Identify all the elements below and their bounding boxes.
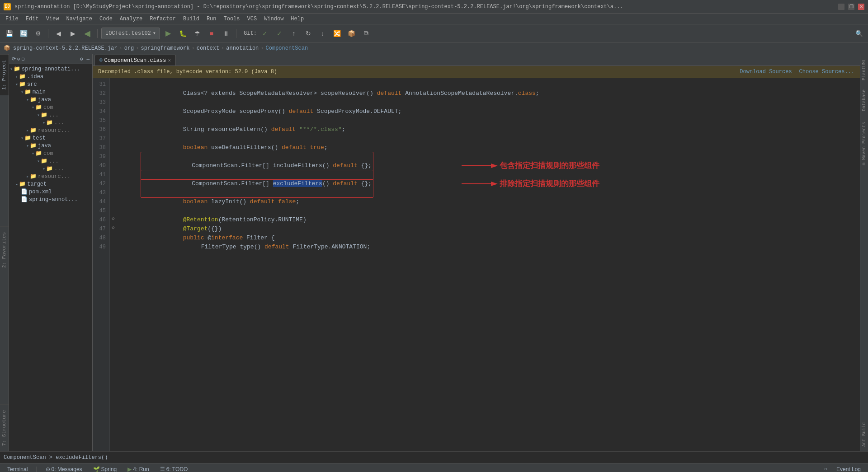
menu-view[interactable]: View bbox=[42, 14, 63, 24]
code-line-32: Class<? extends ScopeMetadataResolver> s… bbox=[123, 89, 860, 98]
tree-pom[interactable]: 📄 pom.xml bbox=[9, 188, 92, 196]
tree-idea[interactable]: ▸ 📁 .idea bbox=[9, 73, 92, 80]
breadcrumb-springframework[interactable]: springframework bbox=[141, 45, 189, 51]
menu-tools[interactable]: Tools bbox=[220, 14, 244, 24]
tab-close-icon[interactable]: ✕ bbox=[168, 57, 171, 63]
tab-structure[interactable]: 7: Structure bbox=[0, 404, 9, 451]
tree-src[interactable]: ▾ 📁 src bbox=[9, 80, 92, 88]
settings-icon[interactable]: ⚙ bbox=[80, 56, 83, 62]
svg-marker-1 bbox=[491, 164, 498, 168]
highlighted-excludefilters: excludeFilters bbox=[273, 180, 322, 187]
menu-window[interactable]: Window bbox=[260, 14, 287, 24]
breadcrumb-annotation[interactable]: annotation bbox=[226, 45, 259, 51]
toolbar-green-arrow[interactable]: ◀ bbox=[81, 27, 94, 40]
line-38: 38 bbox=[93, 143, 109, 152]
breadcrumb-org[interactable]: org bbox=[124, 45, 134, 51]
breadcrumb-context[interactable]: context bbox=[197, 45, 219, 51]
left-edge-panel: 1: Project 2: Favorites 7: Structure bbox=[0, 54, 9, 451]
toolbar-git-shelf[interactable]: 📦 bbox=[345, 27, 358, 40]
editor-tab-label: ComponentScan.class bbox=[104, 57, 166, 64]
code-line-40: ComponentScan.Filter[] includeFilters() … bbox=[123, 161, 860, 170]
tree-test-sub2[interactable]: ▾ 📁 ... bbox=[9, 165, 92, 173]
tree-test-java[interactable]: ▾ 📁 java bbox=[9, 142, 92, 150]
tree-root[interactable]: ▾ 📁 spring-annotati... bbox=[9, 65, 92, 73]
tree-test[interactable]: ▾ 📁 test bbox=[9, 134, 92, 142]
breadcrumb-jar[interactable]: spring-context-5.2.2.RELEASE.jar bbox=[13, 45, 117, 51]
toolbar-git-copy[interactable]: ⧉ bbox=[360, 27, 373, 40]
tree-main-sub2[interactable]: ▾ 📁 ... bbox=[9, 119, 92, 126]
toolbar-search[interactable]: 🔍 bbox=[853, 27, 865, 40]
download-sources-link[interactable]: Download Sources bbox=[740, 69, 792, 75]
tree-test-com[interactable]: ▾ 📁 com bbox=[9, 150, 92, 157]
toolbar-run-btn[interactable]: ▶ bbox=[162, 27, 175, 40]
btn-messages[interactable]: ⊙ 0: Messages bbox=[42, 465, 86, 472]
menu-navigate[interactable]: Navigate bbox=[62, 14, 96, 24]
breadcrumb-class[interactable]: ComponentScan bbox=[266, 45, 308, 51]
tree-test-sub1[interactable]: ▾ 📁 ... bbox=[9, 157, 92, 165]
menu-help[interactable]: Help bbox=[287, 14, 307, 24]
tab-project[interactable]: 1: Project bbox=[0, 54, 9, 95]
btn-todo[interactable]: ☰ 6: TODO bbox=[156, 465, 192, 472]
btn-terminal[interactable]: Terminal bbox=[4, 465, 31, 472]
menu-refactor[interactable]: Refactor bbox=[146, 14, 179, 24]
btn-spring[interactable]: 🌱 Spring bbox=[90, 465, 121, 472]
toolbar-git-branch[interactable]: 🔀 bbox=[331, 27, 344, 40]
tree-test-resources[interactable]: ▸ 📁 resourc... bbox=[9, 173, 92, 180]
tab-favorites[interactable]: 2: Favorites bbox=[0, 226, 9, 273]
choose-sources-link[interactable]: Choose Sources... bbox=[799, 69, 854, 75]
tab-maven[interactable]: m Maven Projects bbox=[861, 117, 868, 170]
toolbar-coverage[interactable]: ☂ bbox=[191, 27, 203, 40]
toolbar-debug-btn[interactable]: 🐛 bbox=[176, 27, 189, 40]
editor-tab-componentscan[interactable]: © ComponentScan.class ✕ bbox=[94, 55, 176, 65]
line-41: 41 bbox=[93, 170, 109, 179]
code-line-42: ComponentScan.Filter[] excludeFilters() … bbox=[123, 179, 860, 188]
tree-spring-annot[interactable]: 📄 spring-annot... bbox=[9, 196, 92, 203]
toolbar-stop[interactable]: ■ bbox=[205, 27, 218, 40]
dropdown-arrow: ▾ bbox=[153, 30, 156, 37]
menu-edit[interactable]: Edit bbox=[22, 14, 42, 24]
toolbar-save[interactable]: 💾 bbox=[3, 27, 15, 40]
tree-main-com[interactable]: ▾ 📁 com bbox=[9, 103, 92, 111]
toolbar-git-fetch[interactable]: ↻ bbox=[302, 27, 315, 40]
toolbar-forward[interactable]: ▶ bbox=[66, 27, 79, 40]
tree-resources[interactable]: ▸ 📁 resourc... bbox=[9, 126, 92, 134]
locate-icon[interactable]: ⊙ bbox=[17, 56, 20, 62]
code-content[interactable]: Class<? extends ScopeMetadataResolver> s… bbox=[119, 78, 860, 451]
btn-run[interactable]: ▶ 4: Run bbox=[124, 465, 152, 472]
line-42: 42 bbox=[93, 179, 109, 188]
toolbar-settings[interactable]: ⚙ bbox=[32, 27, 44, 40]
tab-ant[interactable]: Ant Build bbox=[861, 418, 868, 451]
sync-icon[interactable]: ⟳ bbox=[12, 56, 16, 62]
tree-main-java[interactable]: ▾ 📁 java bbox=[9, 96, 92, 103]
menu-file[interactable]: File bbox=[2, 14, 22, 24]
menu-bar: File Edit View Navigate Code Analyze Ref… bbox=[0, 14, 868, 24]
close-button[interactable]: ✕ bbox=[858, 4, 864, 10]
tree-target[interactable]: ▸ 📁 target bbox=[9, 180, 92, 188]
tab-database[interactable]: Database bbox=[861, 85, 868, 116]
toolbar-git-check[interactable]: ✓ bbox=[259, 27, 271, 40]
toolbar-suspend[interactable]: ⏸ bbox=[220, 27, 232, 40]
line-39: 39 bbox=[93, 152, 109, 161]
toolbar-sync[interactable]: 🔄 bbox=[17, 27, 30, 40]
tree-main-sub1[interactable]: ▾ 📁 ... bbox=[9, 111, 92, 119]
btn-event-log[interactable]: Event Log bbox=[833, 465, 864, 472]
run-config-selector[interactable]: IOCTest.test02 ▾ bbox=[101, 28, 160, 39]
line-45: 45 bbox=[93, 206, 109, 215]
maximize-button[interactable]: ❐ bbox=[848, 4, 854, 10]
toolbar-git-push[interactable]: ↑ bbox=[288, 27, 300, 40]
decompiled-notice: Decompiled .class file, bytecode version… bbox=[93, 66, 860, 78]
tab-plantuml[interactable]: PlantUML bbox=[861, 54, 868, 85]
menu-build[interactable]: Build bbox=[179, 14, 203, 24]
toolbar-sep1 bbox=[48, 29, 48, 38]
minimize-button[interactable]: — bbox=[838, 4, 844, 10]
minimize-panel-icon[interactable]: — bbox=[86, 56, 90, 62]
menu-run[interactable]: Run bbox=[203, 14, 220, 24]
toolbar-back[interactable]: ◀ bbox=[52, 27, 65, 40]
toolbar-git-commit[interactable]: ✓ bbox=[273, 27, 286, 40]
tree-main[interactable]: ▾ 📁 main bbox=[9, 88, 92, 96]
menu-vcs[interactable]: VCS bbox=[244, 14, 261, 24]
toolbar-git-pull[interactable]: ↓ bbox=[316, 27, 329, 40]
collapse-icon[interactable]: ⊟ bbox=[22, 56, 25, 62]
menu-code[interactable]: Code bbox=[96, 14, 116, 24]
menu-analyze[interactable]: Analyze bbox=[116, 14, 146, 24]
